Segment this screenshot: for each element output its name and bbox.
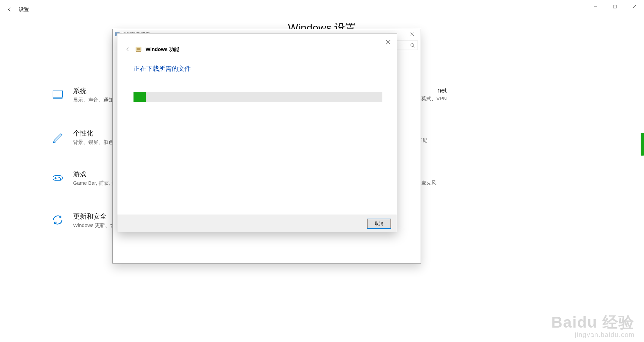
- dialog-body: 正在下载所需的文件: [117, 55, 397, 215]
- progress-fill: [133, 92, 146, 102]
- close-button[interactable]: [383, 37, 393, 48]
- status-message: 正在下载所需的文件: [133, 64, 383, 73]
- category-title: 个性化: [73, 129, 113, 138]
- svg-point-16: [411, 43, 414, 46]
- category-title: 系统: [73, 87, 118, 96]
- sync-icon: [50, 212, 66, 228]
- search-box[interactable]: [394, 41, 418, 50]
- maximize-button[interactable]: [605, 0, 625, 13]
- category-title: 游戏: [73, 170, 116, 179]
- features-icon: [135, 46, 142, 53]
- gamepad-icon: [50, 170, 66, 186]
- category-gaming[interactable]: 游戏 Game Bar, 捕获, 游: [50, 170, 116, 186]
- category-privacy-fragment[interactable]: 麦克风: [421, 178, 436, 186]
- windows-features-dialog: Windows 功能 正在下载所需的文件 取消: [117, 33, 397, 232]
- dialog-footer: 取消: [117, 215, 397, 232]
- svg-point-9: [59, 177, 60, 178]
- settings-titlebar: 设置: [0, 0, 644, 19]
- dialog-header: Windows 功能: [117, 34, 397, 55]
- dialog-title: Windows 功能: [146, 46, 179, 53]
- category-subtitle: Game Bar, 捕获, 游: [73, 180, 116, 186]
- page-scroll-indicator[interactable]: [641, 133, 644, 156]
- back-button[interactable]: [0, 0, 19, 19]
- progress-bar: [133, 92, 382, 102]
- category-network-fragment[interactable]: net 莫式、VPN: [421, 87, 447, 102]
- svg-rect-21: [137, 48, 141, 49]
- cancel-button[interactable]: 取消: [367, 219, 391, 228]
- category-subtitle: Windows 更新、恢: [73, 222, 115, 229]
- search-icon: [410, 43, 415, 48]
- svg-rect-6: [53, 176, 63, 180]
- category-subtitle: 背景、锁屏、颜色: [73, 139, 113, 146]
- svg-point-10: [60, 178, 61, 179]
- watermark: Baidu 经验 jingyan.baidu.com: [551, 312, 635, 339]
- minimize-button[interactable]: [586, 0, 605, 13]
- category-title: 更新和安全: [73, 212, 115, 221]
- back-button[interactable]: [123, 44, 133, 54]
- window-controls: [586, 0, 644, 13]
- category-update-security[interactable]: 更新和安全 Windows 更新、恢: [50, 212, 115, 229]
- close-button[interactable]: [404, 29, 421, 39]
- settings-title: 设置: [19, 6, 29, 13]
- category-subtitle: 显示、声音、通知、: [73, 97, 118, 103]
- svg-rect-1: [613, 5, 616, 8]
- svg-line-17: [414, 46, 415, 47]
- close-button[interactable]: [625, 0, 644, 13]
- category-personalization[interactable]: 个性化 背景、锁屏、颜色: [50, 129, 113, 146]
- svg-rect-22: [137, 49, 141, 50]
- category-time-fragment[interactable]: ì期: [421, 136, 428, 144]
- svg-rect-4: [53, 91, 63, 97]
- display-icon: [50, 87, 66, 103]
- brush-icon: [50, 129, 66, 145]
- category-system[interactable]: 系统 显示、声音、通知、: [50, 87, 118, 103]
